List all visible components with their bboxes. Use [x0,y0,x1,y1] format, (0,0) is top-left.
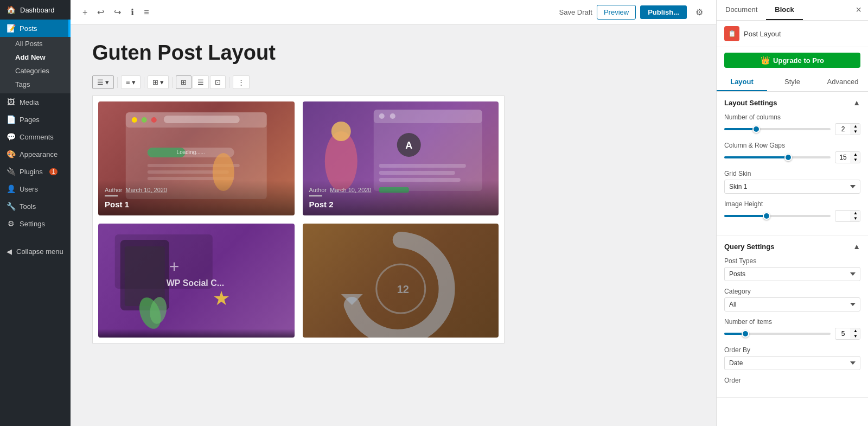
number-items-slider-row: 5 ▲ ▼ [724,328,860,340]
collapse-menu[interactable]: ◀ Collapse menu [0,243,71,260]
upgrade-button[interactable]: 👑 Upgrade to Pro [724,53,860,68]
gaps-slider-track[interactable] [724,156,831,158]
gaps-slider-thumb[interactable] [784,154,792,161]
upgrade-label: Upgrade to Pro [773,56,824,65]
sidebar-item-posts[interactable]: 📝 Posts [0,20,71,37]
layout-settings-section: Layout Settings ▲ Number of columns 2 ▲ … [717,92,868,236]
preview-button[interactable]: Preview [597,5,636,20]
publish-button[interactable]: Publish... [640,5,687,19]
columns-slider-track[interactable] [724,128,831,130]
number-items-decrement[interactable]: ▼ [851,334,860,339]
grid-icon: ⊞ [181,78,187,86]
number-items-slider-thumb[interactable] [742,330,749,338]
dashboard-icon: 🏠 [7,5,16,14]
layout-tab[interactable]: Layout [717,73,767,91]
post-card-1[interactable]: Loading...... Author March 10, 2020 P [98,101,295,215]
sidebar-tags[interactable]: Tags [0,78,71,91]
more-options-button[interactable]: ⋮ [233,75,250,89]
post-card-1-overlay: Author March 10, 2020 Post 1 [98,180,295,215]
order-by-setting: Order By Date Title Random [724,346,860,370]
collapse-icon: ◀ [7,247,12,256]
post-card-3-overlay [98,329,295,338]
number-items-increment[interactable]: ▲ [851,328,860,334]
image-height-increment[interactable]: ▲ [851,211,860,216]
post-card-3[interactable]: ★ + WP Social C... [98,224,295,338]
alignment-button[interactable]: ≡ ▾ [121,75,141,89]
tools-menu-button[interactable]: ≡ [141,5,152,20]
columns-decrement[interactable]: ▼ [851,129,860,135]
block-tab[interactable]: Block [766,0,802,20]
justify-button[interactable]: ⊞ ▾ [148,75,169,89]
svg-text:Loading......: Loading...... [177,149,205,155]
sidebar-item-plugins[interactable]: 🔌 Plugins 1 [0,163,71,180]
style-tab[interactable]: Style [767,73,818,91]
columns-increment[interactable]: ▲ [851,124,860,129]
sidebar-all-posts[interactable]: All Posts [0,37,71,50]
panel-close-button[interactable]: × [849,1,868,19]
sidebar-item-comments[interactable]: 💬 Comments [0,128,71,145]
order-by-select[interactable]: Date Title Random [724,356,860,370]
category-select[interactable]: All News Blog [724,297,860,311]
image-height-number-input: ▲ ▼ [835,210,860,222]
gaps-value: 15 [835,152,851,162]
sidebar-item-settings[interactable]: ⚙ Settings [0,215,71,232]
image-height-slider-row: ▲ ▼ [724,210,860,222]
image-height-slider-thumb[interactable] [763,212,770,220]
post-title[interactable]: Guten Post Layout [92,41,694,65]
sidebar-item-appearance[interactable]: 🎨 Appearance [0,145,71,163]
block-header: 📋 Post Layout [717,21,868,47]
redo-button[interactable]: ↪ [111,5,124,20]
sidebar-item-pages[interactable]: 📄 Pages [0,111,71,128]
order-label: Order [724,377,860,384]
post-types-select[interactable]: Posts Pages Custom [724,267,860,281]
grid-view-button[interactable]: ⊞ [176,75,192,89]
topbar: + ↩ ↪ ℹ ≡ Save Draft Preview Publish... … [71,0,716,25]
gaps-decrement[interactable]: ▼ [851,157,860,163]
document-tab[interactable]: Document [717,0,766,20]
post-card-2[interactable]: A Author March 10, 2020 [303,101,499,215]
image-height-setting: Image Height ▲ ▼ [724,200,860,222]
columns-slider-row: 2 ▲ ▼ [724,123,860,135]
sidebar-item-tools[interactable]: 🔧 Tools [0,198,71,215]
image-height-slider-track[interactable] [724,215,831,217]
settings-gear-button[interactable]: ⚙ [691,5,707,20]
query-settings-toggle[interactable]: ▲ [853,242,860,251]
svg-text:★: ★ [213,287,230,309]
block-label: Post Layout [744,30,781,38]
grid-skin-select[interactable]: Skin 1 Skin 2 Skin 3 [724,180,860,194]
sidebar-categories[interactable]: Categories [0,64,71,78]
number-items-value: 5 [835,329,851,339]
list-view-button[interactable]: ☰ [193,75,209,89]
save-draft-button[interactable]: Save Draft [559,8,592,16]
sidebar-item-media[interactable]: 🖼 Media [0,93,71,111]
main-area: + ↩ ↪ ℹ ≡ Save Draft Preview Publish... … [71,0,716,426]
block-toolbar: ☰ ▾ ≡ ▾ ⊞ ▾ ⊞ ☰ ⊡ [92,75,694,89]
sidebar-item-users[interactable]: 👤 Users [0,180,71,198]
info-button[interactable]: ℹ [127,5,137,20]
sidebar-dashboard[interactable]: 🏠 Dashboard [0,0,71,20]
gaps-slider-fill [724,156,788,158]
layout-settings-toggle[interactable]: ▲ [853,98,860,107]
svg-point-4 [151,117,157,123]
media-view-button[interactable]: ⊡ [210,75,226,89]
add-block-button[interactable]: + [79,5,91,20]
number-items-arrows: ▲ ▼ [851,328,860,339]
gaps-increment[interactable]: ▲ [851,152,860,157]
post-types-label: Post Types [724,257,860,265]
sidebar-posts-label: Posts [20,24,37,33]
columns-slider-thumb[interactable] [752,125,760,133]
undo-button[interactable]: ↩ [94,5,107,20]
post-card-1-meta: Author March 10, 2020 [105,187,288,193]
number-items-setting: Number of items 5 ▲ ▼ [724,318,860,340]
sidebar-tools-label: Tools [20,202,36,211]
sidebar-pages-label: Pages [20,116,40,124]
post-card-3-image: ★ + WP Social C... [98,224,295,338]
post-card-4[interactable]: 12 [303,224,499,338]
image-height-decrement[interactable]: ▼ [851,216,860,221]
advanced-tab[interactable]: Advanced [818,73,868,91]
sidebar-settings-label: Settings [20,220,45,228]
sidebar-add-new[interactable]: Add New [0,50,71,64]
block-type-button[interactable]: ☰ ▾ [92,75,114,89]
number-items-slider-track[interactable] [724,333,831,335]
editor-area: Guten Post Layout ☰ ▾ ≡ ▾ ⊞ ▾ ⊞ ☰ [71,25,716,426]
